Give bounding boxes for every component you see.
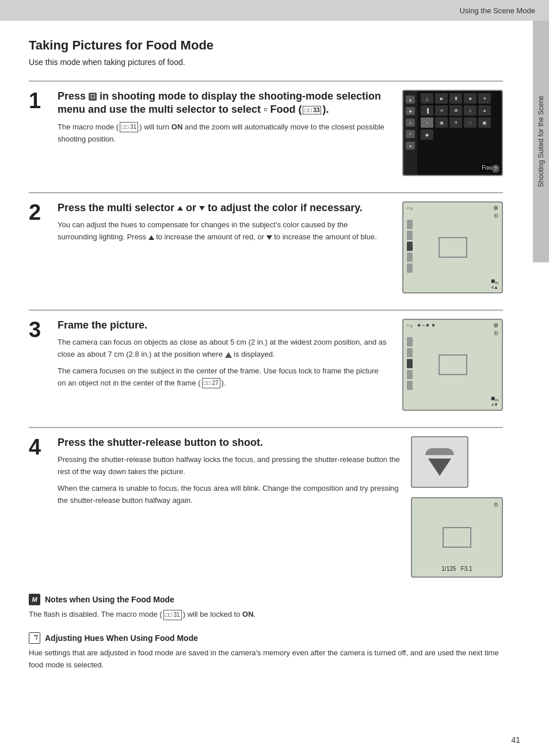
- step-1-image: ▲ ■ ☺ ⚬ ● △ ■ ♜ ♣ ✦: [402, 90, 503, 176]
- page-subtitle: Use this mode when taking pictures of fo…: [29, 58, 503, 67]
- bar3-2: [407, 348, 413, 357]
- side-tab: Shooting Suited for the Scene: [533, 21, 549, 262]
- page-number: 41: [511, 735, 520, 744]
- vf-color-bar-3: [407, 337, 413, 392]
- shutter-speed-display: 1/125 F3.1: [441, 566, 472, 572]
- note-2-heading: ℸ Adjusting Hues When Using Food Mode: [29, 632, 503, 644]
- vf-screen-2: ▫ ☼ ⚙ ⑯ ◼m 4▲: [402, 201, 503, 293]
- bar-4: [407, 253, 413, 262]
- step-2-desc: You can adjust the hues to compensate fo…: [58, 219, 388, 243]
- bar-3: [407, 242, 413, 251]
- shutter-button-img: [411, 436, 468, 488]
- focus-frame-4: [443, 527, 471, 548]
- focus-frame-2: [439, 237, 467, 258]
- menu-icon-r2c5: ♠: [478, 105, 491, 116]
- note-1-title: Notes when Using the Food Mode: [45, 595, 174, 604]
- focus-frame-3: [439, 354, 467, 375]
- note-1-heading: M Notes when Using the Food Mode: [29, 594, 503, 605]
- menu-icon-r3c3: ⚘: [449, 117, 462, 128]
- menu-icon-r3c2: ◉: [435, 117, 448, 128]
- step-2-image: ▫ ☼ ⚙ ⑯ ◼m 4▲: [402, 201, 503, 293]
- vf-battery-icon-3: ⑯: [494, 330, 498, 337]
- step-4: 4 Press the shutter-release button to sh…: [29, 427, 503, 578]
- note-section-1: M Notes when Using the Food Mode The fla…: [29, 594, 503, 621]
- vf-settings-icon-3: ⚙: [493, 322, 498, 329]
- vf-battery-icon: ⑯: [494, 213, 498, 219]
- step-2-heading: Press the multi selector or to adjust th…: [58, 201, 388, 215]
- sidebar-icon-4: ⚬: [406, 130, 415, 138]
- step-1-heading: Press ☐ in shooting mode to display the …: [58, 90, 388, 117]
- note-icon-1: M: [29, 594, 40, 605]
- sidebar-icon-3: ☺: [406, 119, 415, 127]
- menu-icon-r3c5: ▣: [478, 117, 491, 128]
- bar-2: [407, 231, 413, 240]
- bar3-5: [407, 381, 413, 390]
- vf-battery-icon-4: ⑯: [494, 502, 498, 508]
- menu-icon-r1c2: ■: [435, 93, 448, 104]
- sidebar-icon-5: ●: [406, 142, 415, 150]
- step-4-number: 4: [29, 436, 58, 458]
- vf-zoom-icon: ◾─◾◾: [416, 323, 437, 328]
- header-bar: Using the Scene Mode: [0, 0, 549, 21]
- bar3-1: [407, 337, 413, 346]
- step-4-image: ⑯ 1/125 F3.1: [411, 436, 503, 578]
- note-icon-2: ℸ: [29, 632, 40, 644]
- menu-icon-r1c4: ♣: [464, 93, 476, 104]
- note-1-text: The flash is disabled. The macro mode (□…: [29, 609, 503, 621]
- menu-icon-r2c3: ☘: [449, 105, 462, 116]
- bar3-4: [407, 370, 413, 379]
- menu-icon-r2c4: ♫: [464, 105, 476, 116]
- step-3-desc-2: The camera focuses on the subject in the…: [58, 365, 388, 390]
- vf-macro-icon: ☼: [409, 205, 414, 211]
- menu-icon-r3c4: □: [464, 117, 476, 128]
- bar3-3: [407, 359, 413, 368]
- step-1-desc: The macro mode (□□ 31) will turn ON and …: [58, 121, 388, 146]
- menu-sidebar: ▲ ■ ☺ ⚬ ●: [403, 91, 417, 175]
- help-icon: ?: [491, 165, 500, 173]
- vf-settings-icon: ⚙: [493, 205, 498, 211]
- step-4-body: Press the shutter-release button to shoo…: [58, 436, 402, 507]
- note-2-text: Hue settings that are adjusted in food m…: [29, 647, 503, 671]
- step-3-heading: Frame the picture.: [58, 319, 388, 332]
- step-1-body: Press ☐ in shooting mode to display the …: [58, 90, 388, 176]
- menu-icon-r1c3: ♜: [449, 93, 462, 104]
- menu-icon-r1c1: △: [421, 93, 433, 104]
- bar-1: [407, 220, 413, 229]
- side-tab-label: Shooting Suited for the Scene: [537, 96, 545, 187]
- vf-screen-3: ▫ ☼ ◾─◾◾ ⚙ ⑯ ◼m 4▼: [402, 319, 503, 411]
- step-4-desc: Pressing the shutter-release button half…: [58, 454, 402, 478]
- shutter-arrow: [428, 459, 451, 476]
- step-4-heading: Press the shutter-release button to shoo…: [58, 436, 402, 449]
- step-3-desc: The camera can focus on objects as close…: [58, 337, 388, 361]
- bar-5: [407, 264, 413, 273]
- note-section-2: ℸ Adjusting Hues When Using Food Mode Hu…: [29, 632, 503, 671]
- menu-icon-r2c2: ☀: [435, 105, 448, 116]
- vf-bottom-right-2: ◼m 4▲: [491, 278, 498, 290]
- vf-macro-icon-3: ☼: [409, 323, 414, 329]
- vf-screen-4: ⑯ 1/125 F3.1: [411, 497, 503, 578]
- step-3-image: ▫ ☼ ◾─◾◾ ⚙ ⑯ ◼m 4▼: [402, 319, 503, 411]
- menu-icon-r3c1: ▫: [421, 117, 433, 128]
- step-2-body: Press the multi selector or to adjust th…: [58, 201, 388, 293]
- step-3: 3 Frame the picture. The camera can focu…: [29, 310, 503, 411]
- vf-bottom-right-3: ◼m 4▼: [491, 395, 498, 407]
- menu-icon-r1c5: ✦: [478, 93, 491, 104]
- vf-top-bar-2: ▫ ☼ ⚙: [403, 203, 502, 213]
- header-title: Using the Scene Mode: [459, 6, 535, 15]
- step-3-number: 3: [29, 319, 58, 411]
- page-title: Taking Pictures for Food Mode: [29, 38, 503, 53]
- vf-top-bar-3: ▫ ☼ ◾─◾◾ ⚙: [403, 320, 502, 331]
- step-1: 1 Press ☐ in shooting mode to display th…: [29, 81, 503, 176]
- menu-icon-r4c1: ◆: [421, 129, 433, 140]
- vf-color-bar: [407, 220, 413, 275]
- step-4-desc-2: When the camera is unable to focus, the …: [58, 483, 402, 507]
- sidebar-icon-1: ▲: [406, 96, 415, 104]
- menu-icon-r2c1: ▐: [421, 105, 433, 116]
- step-2: 2 Press the multi selector or to adjust …: [29, 193, 503, 293]
- sidebar-icon-2: ■: [406, 107, 415, 115]
- note-2-title: Adjusting Hues When Using Food Mode: [45, 633, 198, 643]
- step-3-body: Frame the picture. The camera can focus …: [58, 319, 388, 411]
- menu-screen-1: ▲ ■ ☺ ⚬ ● △ ■ ♜ ♣ ✦: [402, 90, 503, 176]
- step-1-number: 1: [29, 90, 58, 176]
- main-content: Taking Pictures for Food Mode Use this m…: [0, 21, 549, 695]
